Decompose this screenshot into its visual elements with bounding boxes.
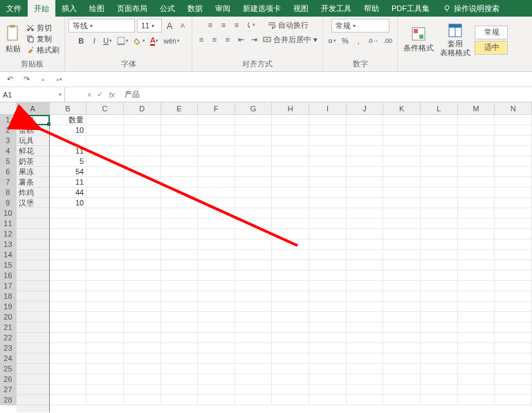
wrap-button[interactable]: 自动换行	[266, 20, 310, 30]
cell[interactable]	[347, 239, 384, 250]
cell[interactable]	[124, 374, 161, 385]
cell[interactable]	[421, 291, 458, 302]
cell[interactable]	[421, 343, 458, 354]
cell[interactable]	[309, 302, 347, 312]
cell[interactable]	[235, 291, 273, 302]
cell[interactable]	[86, 136, 124, 146]
cell[interactable]	[272, 250, 309, 260]
cell[interactable]	[124, 156, 161, 167]
cell[interactable]	[235, 333, 273, 343]
cell[interactable]	[161, 312, 199, 322]
cell[interactable]	[347, 198, 384, 208]
align-top-button[interactable]: ≡	[205, 19, 216, 31]
cell[interactable]	[50, 281, 87, 291]
cell[interactable]	[458, 395, 495, 405]
cell[interactable]	[458, 146, 495, 156]
cell[interactable]	[383, 115, 421, 125]
cell[interactable]: 果冻	[17, 167, 50, 177]
cell[interactable]	[383, 343, 421, 354]
cell[interactable]	[86, 333, 124, 343]
cell[interactable]	[17, 354, 50, 364]
cell[interactable]	[235, 343, 273, 354]
cell[interactable]	[86, 250, 124, 260]
cell[interactable]	[124, 125, 161, 136]
cell[interactable]	[161, 281, 199, 291]
cell[interactable]	[383, 208, 421, 219]
cell[interactable]	[347, 219, 384, 229]
cell[interactable]	[50, 354, 87, 364]
cell[interactable]	[347, 281, 384, 291]
cell[interactable]	[495, 312, 532, 322]
cell[interactable]	[347, 167, 384, 177]
cell[interactable]	[383, 125, 421, 136]
cell[interactable]	[421, 270, 458, 281]
cell[interactable]	[272, 208, 309, 219]
cell[interactable]	[161, 260, 199, 270]
cell[interactable]	[161, 302, 199, 312]
cell[interactable]	[458, 364, 495, 374]
cell[interactable]	[86, 281, 124, 291]
cell[interactable]	[309, 167, 347, 177]
formula-input[interactable]: 产品	[120, 87, 532, 102]
cell[interactable]	[86, 260, 124, 270]
cell[interactable]	[421, 219, 458, 229]
cell[interactable]	[421, 115, 458, 125]
col-header-H[interactable]: H	[272, 102, 309, 115]
cell[interactable]	[347, 312, 384, 322]
cell[interactable]	[235, 312, 273, 322]
cell[interactable]	[161, 239, 199, 250]
cell[interactable]	[495, 198, 532, 208]
tab-pdf[interactable]: PDF工具集	[385, 0, 436, 17]
cell[interactable]	[124, 229, 161, 239]
cell[interactable]	[383, 156, 421, 167]
cell[interactable]	[161, 250, 199, 260]
cell[interactable]	[421, 208, 458, 219]
cell[interactable]	[124, 187, 161, 198]
cell[interactable]	[50, 312, 87, 322]
row-header[interactable]: 26	[0, 374, 17, 385]
col-header-D[interactable]: D	[124, 102, 161, 115]
cell[interactable]	[50, 260, 87, 270]
cell[interactable]	[383, 219, 421, 229]
cell[interactable]	[235, 198, 273, 208]
cell[interactable]	[495, 302, 532, 312]
cell[interactable]	[383, 333, 421, 343]
cell[interactable]	[495, 177, 532, 187]
cell[interactable]	[161, 208, 199, 219]
cell[interactable]	[272, 187, 309, 198]
cell[interactable]	[383, 364, 421, 374]
currency-button[interactable]: ¤▾	[327, 35, 338, 47]
cell[interactable]	[347, 354, 384, 364]
cell[interactable]	[198, 270, 235, 281]
cell[interactable]	[495, 146, 532, 156]
row-header[interactable]: 2	[0, 125, 17, 136]
cell[interactable]	[50, 385, 87, 395]
row-header[interactable]: 4	[0, 146, 17, 156]
row-header[interactable]: 16	[0, 270, 17, 281]
cell[interactable]	[309, 156, 347, 167]
cell[interactable]	[17, 322, 50, 333]
cell[interactable]	[235, 250, 273, 260]
cell[interactable]	[86, 239, 124, 250]
cell[interactable]	[495, 250, 532, 260]
cell[interactable]	[458, 250, 495, 260]
cell[interactable]	[161, 374, 199, 385]
cell[interactable]	[272, 395, 309, 405]
comma-button[interactable]: ,	[353, 35, 364, 47]
col-header-A[interactable]: A	[17, 102, 50, 115]
cell[interactable]	[347, 156, 384, 167]
cell[interactable]	[495, 239, 532, 250]
cell[interactable]	[198, 198, 235, 208]
cell[interactable]	[198, 239, 235, 250]
increase-font-button[interactable]: A	[164, 19, 175, 32]
cell[interactable]	[86, 167, 124, 177]
cell[interactable]	[309, 115, 347, 125]
col-header-E[interactable]: E	[161, 102, 199, 115]
cell[interactable]	[161, 395, 199, 405]
cell[interactable]	[50, 229, 87, 239]
cell[interactable]	[309, 136, 347, 146]
cell[interactable]	[272, 374, 309, 385]
cell[interactable]	[272, 177, 309, 187]
cell[interactable]	[458, 333, 495, 343]
cell[interactable]	[161, 187, 199, 198]
